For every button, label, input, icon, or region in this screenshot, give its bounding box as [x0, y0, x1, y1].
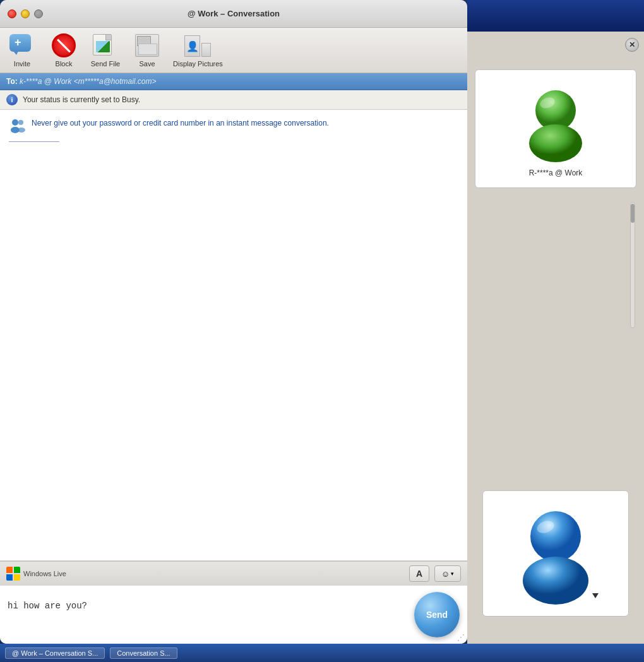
bottom-toolbar: Windows Live A ☺ ▾ [0, 561, 467, 586]
save-label: Save [139, 60, 155, 68]
maximize-button[interactable] [34, 9, 43, 18]
title-bar: @ Work – Conversation [0, 0, 467, 28]
traffic-lights [8, 9, 43, 18]
taskbar-item-1[interactable]: @ Work – Conversation S... [5, 647, 105, 659]
msn-persons-icon [9, 117, 27, 135]
security-notice: Never give out your password or credit c… [9, 117, 458, 135]
sendfile-button[interactable]: Send File [90, 33, 121, 68]
window-title: @ Work – Conversation [188, 9, 280, 18]
emoji-button[interactable]: ☺ ▾ [434, 565, 461, 582]
status-bar: i Your status is currently set to Busy. [0, 90, 467, 110]
right-header [467, 0, 644, 32]
svg-point-8 [523, 557, 588, 605]
contact-card: R-****a @ Work [475, 69, 636, 188]
block-label: Block [56, 60, 73, 68]
input-area: Send ⋰ [0, 586, 467, 644]
to-label: To: [6, 77, 20, 86]
save-icon [134, 33, 160, 58]
chat-area[interactable]: Never give out your password or credit c… [0, 110, 467, 561]
block-icon [51, 33, 76, 58]
svg-marker-10 [592, 593, 599, 598]
displaypictures-button[interactable]: 👤 Display Pictures [173, 33, 223, 68]
status-text: Your status is currently set to Busy. [23, 95, 140, 104]
to-field: To: k-****a @ Work <m*****a@hotmail.com> [0, 73, 467, 90]
close-right-button[interactable]: ✕ [625, 38, 639, 52]
to-value: k-****a @ Work <m*****a@hotmail.com> [20, 77, 156, 86]
sendfile-label: Send File [91, 60, 120, 68]
save-button[interactable]: Save [131, 33, 163, 68]
invite-label: Invite [14, 60, 30, 68]
svg-point-5 [529, 124, 582, 162]
blue-avatar-card [482, 490, 629, 617]
contact-avatar [515, 80, 597, 162]
invite-button[interactable]: + Invite [6, 33, 38, 68]
resize-handle[interactable]: ⋰ [457, 634, 465, 641]
font-button[interactable]: A [409, 565, 429, 582]
svg-point-2 [18, 120, 23, 125]
send-label: Send [426, 610, 448, 620]
windows-live-text: Windows Live [23, 570, 66, 577]
send-button[interactable]: Send [414, 592, 460, 637]
sendfile-icon [93, 33, 118, 58]
minimize-button[interactable] [21, 9, 30, 18]
svg-point-0 [12, 119, 18, 126]
invite-icon: + [9, 33, 35, 58]
displaypictures-label: Display Pictures [173, 60, 223, 68]
taskbar: @ Work – Conversation S... Conversation … [0, 644, 644, 662]
chat-divider [9, 141, 59, 142]
info-icon: i [6, 94, 18, 105]
close-button[interactable] [8, 9, 16, 18]
message-input[interactable] [8, 600, 408, 637]
windows-live-logo: Windows Live [6, 567, 66, 581]
displaypictures-icon: 👤 [185, 33, 210, 58]
windows-live-flag-icon [6, 567, 20, 581]
block-button[interactable]: Block [48, 33, 80, 68]
right-panel: ✕ [467, 0, 644, 662]
svg-point-3 [18, 127, 25, 133]
toolbar: + Invite Block Send File [0, 28, 467, 73]
security-notice-text: Never give out your password or credit c… [32, 117, 329, 129]
svg-point-7 [530, 511, 581, 562]
taskbar-item-2[interactable]: Conversation S... [110, 647, 177, 659]
conversation-window: @ Work – Conversation + Invite Block [0, 0, 467, 644]
contact-name: R-****a @ Work [529, 168, 583, 177]
